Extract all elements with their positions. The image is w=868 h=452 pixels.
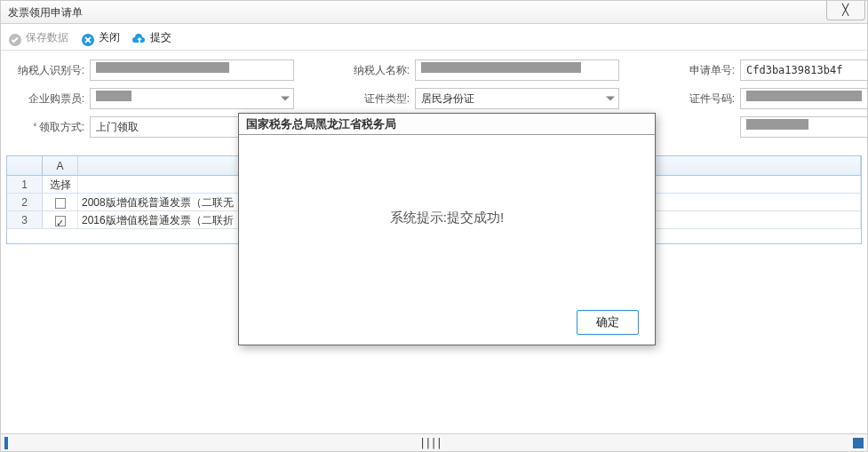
upload-cloud-icon [132, 30, 147, 44]
redacted-value [746, 91, 862, 101]
grid-rownum: 2 [7, 194, 43, 210]
toolbar: 保存数据 关闭 提交 [1, 24, 867, 51]
title-bar: 发票领用申请单 ╳ [1, 1, 867, 24]
redacted-value [96, 91, 131, 101]
grid-rownum: 3 [7, 211, 43, 228]
grid-col-letter: A [43, 156, 78, 175]
cert-no-label: 证件号码: [664, 91, 740, 107]
status-left-marker [4, 437, 8, 449]
submit-button[interactable]: 提交 [132, 24, 171, 51]
close-label: 关闭 [99, 24, 120, 51]
dialog-title: 国家税务总局黑龙江省税务局 [239, 114, 655, 135]
apply-no-input[interactable]: Cfd3ba139813b4f [740, 59, 868, 81]
apply-no-label: 申请单号: [664, 63, 740, 78]
buyer-label: 企业购票员: [13, 91, 90, 107]
submit-label: 提交 [150, 24, 171, 51]
status-right-marker [853, 438, 864, 448]
ok-button[interactable]: 确定 [577, 310, 639, 335]
taxpayer-name-input[interactable] [415, 59, 619, 81]
status-center-marker: |||| [419, 437, 442, 449]
redacted-value [746, 119, 808, 130]
receive-mode-value: 上门领取 [96, 121, 139, 133]
dialog-message: 系统提示:提交成功! [239, 135, 655, 300]
buyer-select[interactable] [90, 88, 294, 109]
receive-mode-label: *领取方式: [13, 120, 90, 135]
cert-type-value: 居民身份证 [421, 92, 474, 105]
redacted-value [96, 62, 229, 73]
taxpayer-id-input[interactable] [90, 59, 294, 81]
window-close-button[interactable]: ╳ [826, 1, 865, 20]
cert-type-label: 证件类型: [338, 91, 415, 107]
taxpayer-id-label: 纳税人识别号: [13, 63, 90, 78]
checkbox-icon[interactable] [55, 216, 66, 226]
row-select-cell[interactable] [43, 194, 78, 210]
save-label: 保存数据 [26, 24, 68, 51]
cert-no-input[interactable] [740, 88, 868, 109]
grid-rownum: 1 [7, 176, 43, 193]
redacted-value [421, 62, 581, 73]
dialog-footer: 确定 [239, 300, 655, 345]
row-select-cell[interactable] [43, 211, 78, 228]
col-select-header: 选择 [43, 176, 78, 193]
grid-corner [7, 156, 43, 175]
close-circle-icon [81, 30, 95, 44]
chevron-down-icon [281, 97, 290, 101]
extra-input[interactable] [740, 116, 868, 138]
taxpayer-name-label: 纳税人名称: [338, 63, 415, 78]
close-button[interactable]: 关闭 [81, 24, 120, 51]
save-button[interactable]: 保存数据 [8, 24, 68, 51]
check-circle-icon [8, 30, 22, 44]
status-bar: |||| [1, 433, 867, 451]
chevron-down-icon [606, 97, 615, 101]
window-title: 发票领用申请单 [8, 6, 83, 19]
checkbox-icon[interactable] [55, 198, 66, 209]
success-dialog: 国家税务总局黑龙江省税务局 系统提示:提交成功! 确定 [238, 113, 656, 345]
cert-type-select[interactable]: 居民身份证 [415, 88, 619, 109]
